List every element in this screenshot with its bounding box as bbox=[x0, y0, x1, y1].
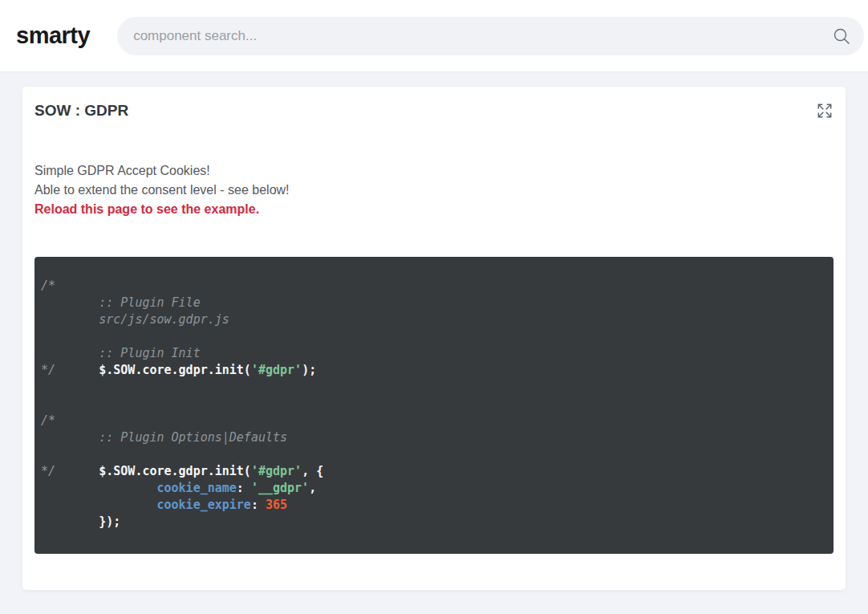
intro-line-2: Able to extend the consent level - see b… bbox=[34, 181, 834, 200]
header: smarty bbox=[0, 0, 868, 72]
search-bar bbox=[117, 17, 864, 55]
code-token-plain: : bbox=[237, 481, 251, 495]
code-line: }); bbox=[41, 514, 821, 531]
content-area: SOW : GDPR Simple GDPR Accept Cookies! A… bbox=[0, 72, 868, 614]
card-title: SOW : GDPR bbox=[34, 102, 128, 120]
code-token-plain: $.SOW.core.gdpr.init( bbox=[55, 363, 251, 377]
component-card: SOW : GDPR Simple GDPR Accept Cookies! A… bbox=[22, 87, 846, 590]
code-token-comment: src/js/sow.gdpr.js bbox=[41, 312, 229, 327]
code-token-number: 365 bbox=[266, 498, 287, 512]
search-input[interactable] bbox=[117, 17, 864, 55]
code-token-string: '#gdpr' bbox=[251, 363, 302, 377]
code-token-plain: , { bbox=[302, 464, 323, 478]
code-line: */ $.SOW.core.gdpr.init('#gdpr', { bbox=[41, 463, 821, 480]
code-line: :: Plugin Options|Defaults bbox=[41, 429, 821, 446]
code-line: src/js/sow.gdpr.js bbox=[41, 311, 821, 328]
code-token-property: cookie_expire bbox=[157, 498, 251, 512]
search-icon[interactable] bbox=[832, 26, 851, 46]
code-token-property: cookie_name bbox=[157, 481, 237, 495]
code-line: cookie_name: '__gdpr', bbox=[41, 480, 821, 497]
code-token-string: '__gdpr' bbox=[251, 481, 309, 495]
code-token-string: '#gdpr' bbox=[251, 464, 302, 478]
reload-alert-text: Reload this page to see the example. bbox=[34, 200, 834, 219]
code-line: :: Plugin File bbox=[41, 295, 821, 311]
code-token-plain: }); bbox=[41, 514, 120, 529]
code-line: cookie_expire: 365 bbox=[41, 497, 821, 514]
code-content: /* :: Plugin File src/js/sow.gdpr.js :: … bbox=[41, 278, 821, 531]
code-token-comment: */ bbox=[41, 363, 55, 377]
code-token-plain bbox=[41, 481, 157, 495]
intro-text: Simple GDPR Accept Cookies! Able to exte… bbox=[34, 161, 834, 219]
code-line: */ $.SOW.core.gdpr.init('#gdpr'); bbox=[41, 362, 821, 379]
code-token-plain: : bbox=[251, 498, 266, 512]
code-token-comment: :: Plugin Init bbox=[41, 346, 201, 360]
code-line: :: Plugin Init bbox=[41, 345, 821, 362]
code-token-comment: :: Plugin Options|Defaults bbox=[41, 430, 287, 445]
code-line bbox=[41, 396, 821, 413]
code-block: /* :: Plugin File src/js/sow.gdpr.js :: … bbox=[34, 257, 834, 554]
code-token-comment: /* bbox=[41, 279, 55, 293]
card-header: SOW : GDPR bbox=[34, 87, 834, 123]
code-line bbox=[41, 328, 821, 345]
code-line bbox=[41, 379, 821, 396]
code-line: /* bbox=[41, 278, 821, 295]
code-token-comment: */ bbox=[41, 464, 55, 478]
code-token-comment: :: Plugin File bbox=[41, 295, 201, 310]
intro-line-1: Simple GDPR Accept Cookies! bbox=[34, 161, 834, 181]
code-line bbox=[41, 446, 821, 463]
code-line: /* bbox=[41, 413, 821, 429]
code-token-plain: ); bbox=[302, 363, 316, 377]
code-token-plain: $.SOW.core.gdpr.init( bbox=[55, 464, 251, 478]
code-token-plain: , bbox=[309, 481, 316, 495]
logo[interactable]: smarty bbox=[16, 22, 90, 49]
expand-fullscreen-icon[interactable] bbox=[816, 102, 834, 120]
code-token-comment: /* bbox=[41, 413, 55, 428]
code-token-plain bbox=[41, 498, 157, 512]
